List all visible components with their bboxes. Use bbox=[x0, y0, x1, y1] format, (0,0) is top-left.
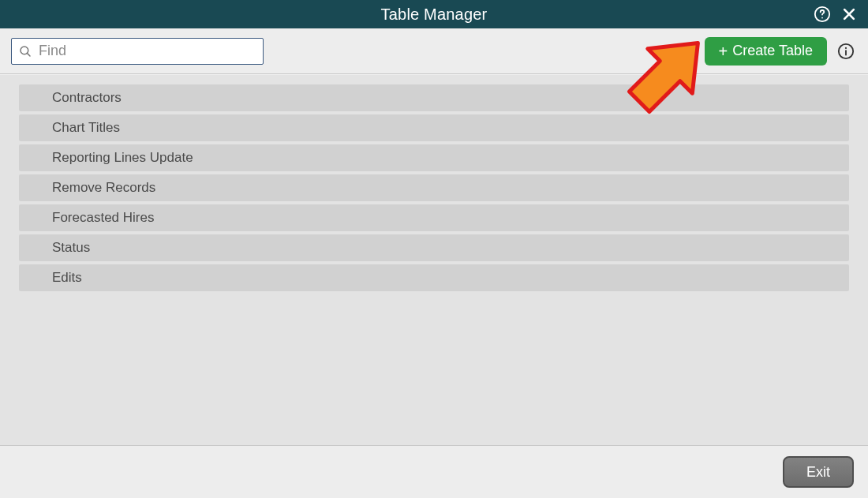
titlebar-controls bbox=[813, 0, 859, 28]
table-row[interactable]: Contractors bbox=[19, 84, 849, 111]
svg-point-7 bbox=[845, 47, 847, 48]
titlebar: Table Manager bbox=[0, 0, 868, 28]
table-row-label: Remove Records bbox=[52, 180, 155, 196]
table-row-label: Contractors bbox=[52, 90, 122, 106]
close-icon[interactable] bbox=[840, 5, 859, 24]
table-row[interactable]: Edits bbox=[19, 264, 849, 291]
search-field[interactable] bbox=[11, 38, 264, 65]
create-table-label: Create Table bbox=[732, 43, 813, 59]
table-manager-window: Table Manager bbox=[0, 0, 868, 498]
table-row-label: Status bbox=[52, 240, 90, 256]
table-row-label: Forecasted Hires bbox=[52, 210, 154, 226]
table-row-label: Chart Titles bbox=[52, 120, 120, 136]
table-list: Contractors Chart Titles Reporting Lines… bbox=[19, 84, 849, 291]
footer: Exit bbox=[0, 445, 868, 498]
help-circle-icon[interactable] bbox=[813, 5, 832, 24]
table-row[interactable]: Status bbox=[19, 234, 849, 261]
search-input[interactable] bbox=[37, 39, 256, 64]
table-row[interactable]: Forecasted Hires bbox=[19, 204, 849, 231]
table-row[interactable]: Reporting Lines Update bbox=[19, 144, 849, 171]
create-table-button[interactable]: + Create Table bbox=[705, 37, 827, 66]
table-row-label: Reporting Lines Update bbox=[52, 150, 193, 166]
table-row[interactable]: Remove Records bbox=[19, 174, 849, 201]
svg-line-5 bbox=[27, 53, 30, 56]
window-title: Table Manager bbox=[0, 6, 868, 24]
toolbar: + Create Table bbox=[0, 28, 868, 74]
exit-button[interactable]: Exit bbox=[783, 456, 854, 488]
info-circle-icon[interactable] bbox=[835, 40, 857, 62]
table-row[interactable]: Chart Titles bbox=[19, 114, 849, 141]
table-list-panel: Contractors Chart Titles Reporting Lines… bbox=[0, 74, 868, 445]
svg-point-1 bbox=[821, 17, 823, 19]
search-icon bbox=[18, 44, 32, 58]
table-row-label: Edits bbox=[52, 270, 82, 286]
